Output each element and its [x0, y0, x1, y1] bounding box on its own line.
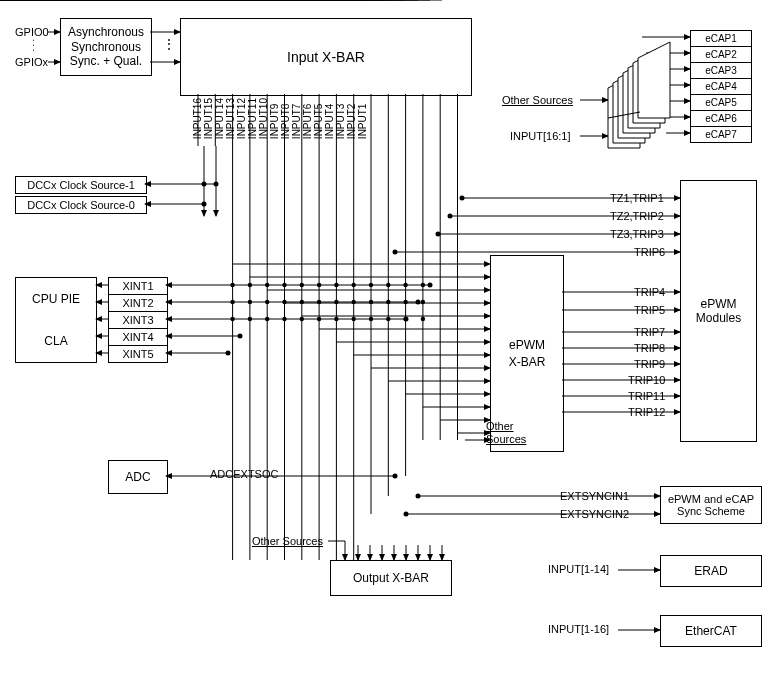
sync-box: Asynchronous Synchronous Sync. + Qual.	[60, 18, 152, 76]
ecap5: eCAP5	[690, 94, 752, 111]
epwm-l2: Modules	[696, 311, 741, 325]
svg-point-148	[460, 196, 465, 201]
ecap4: eCAP4	[690, 78, 752, 95]
svg-point-83	[369, 300, 373, 304]
other-sources-epwm: OtherSources	[486, 420, 526, 446]
svg-point-68	[282, 300, 286, 304]
svg-point-92	[421, 300, 425, 304]
other-sources-ecap: Other Sources	[502, 94, 573, 106]
tz1: TZ1,TRIP1	[610, 192, 664, 204]
input-labels: INPUT16 INPUT15 INPUT14 INPUT13 INPUT12 …	[192, 98, 368, 139]
in12: INPUT12	[236, 98, 247, 139]
svg-point-57	[393, 474, 398, 479]
svg-point-78	[334, 317, 338, 321]
in5: INPUT5	[313, 98, 324, 139]
svg-point-55	[238, 334, 243, 339]
trip7: TRIP7	[634, 326, 665, 338]
xint5-box: XINT5	[108, 345, 168, 363]
in11: INPUT11	[247, 98, 258, 139]
svg-point-41	[202, 202, 207, 207]
svg-point-85	[386, 283, 390, 287]
svg-point-53	[416, 300, 421, 305]
svg-point-93	[421, 317, 425, 321]
gpio-dots: · · ·	[29, 39, 39, 52]
svg-point-84	[369, 317, 373, 321]
trip9: TRIP9	[634, 358, 665, 370]
erad-sig: INPUT[1-14]	[548, 563, 609, 575]
svg-point-87	[386, 317, 390, 321]
svg-point-63	[248, 317, 252, 321]
cpu-l1: CPU PIE	[32, 292, 80, 306]
svg-point-149	[448, 214, 453, 219]
xint3-box: XINT3	[108, 311, 168, 329]
xint4-box: XINT4	[108, 328, 168, 346]
svg-point-61	[248, 283, 252, 287]
svg-point-77	[334, 300, 338, 304]
cpu-box: CPU PIE CLA	[15, 277, 97, 363]
extsyncin1: EXTSYNCIN1	[560, 490, 629, 502]
svg-point-91	[421, 283, 425, 287]
svg-point-65	[265, 300, 269, 304]
ecap2: eCAP2	[690, 46, 752, 63]
in2: INPUT2	[346, 98, 357, 139]
ethercat-sig: INPUT[1-16]	[548, 623, 609, 635]
svg-point-150	[436, 232, 441, 237]
svg-point-74	[317, 300, 321, 304]
adc-box: ADC	[108, 460, 168, 494]
svg-point-90	[403, 317, 407, 321]
trip8: TRIP8	[634, 342, 665, 354]
svg-point-67	[282, 283, 286, 287]
ethercat-box: EtherCAT	[660, 615, 762, 647]
svg-point-79	[352, 283, 356, 287]
svg-point-71	[300, 300, 304, 304]
ecap-hi: 127:16	[611, 97, 639, 107]
svg-point-89	[403, 300, 407, 304]
in7: INPUT7	[291, 98, 302, 139]
adcextsoc-label: ADCEXTSOC	[210, 468, 278, 480]
tz3: TZ3,TRIP3	[610, 228, 664, 240]
svg-point-73	[317, 283, 321, 287]
svg-point-163	[404, 512, 409, 517]
svg-point-82	[369, 283, 373, 287]
xint1-box: XINT1	[108, 277, 168, 295]
svg-point-59	[230, 300, 234, 304]
svg-text:⋮: ⋮	[162, 36, 176, 52]
svg-point-72	[300, 317, 304, 321]
other-sources-out: Other Sources	[252, 535, 323, 547]
svg-point-60	[230, 317, 234, 321]
svg-line-182	[608, 112, 640, 118]
in16: INPUT16	[192, 98, 203, 139]
trip10: TRIP10	[628, 374, 665, 386]
in3: INPUT3	[335, 98, 346, 139]
in6: INPUT6	[302, 98, 313, 139]
diagram-canvas: GPIO0 · · · GPIOx Asynchronous Synchrono…	[0, 0, 780, 687]
svg-point-88	[403, 283, 407, 287]
in14: INPUT14	[214, 98, 225, 139]
ecap-lo: 15:0	[611, 133, 629, 143]
dccx1-box: DCCx Clock Source-1	[15, 176, 147, 194]
output-xbar-box: Output X-BAR	[330, 560, 452, 596]
ecap3: eCAP3	[690, 62, 752, 79]
extsyncin2: EXTSYNCIN2	[560, 508, 629, 520]
svg-point-40	[214, 182, 219, 187]
svg-point-76	[334, 283, 338, 287]
gpiox-label: GPIOx	[15, 56, 48, 68]
dccx0-box: DCCx Clock Source-0	[15, 196, 147, 214]
svg-point-39	[202, 182, 207, 187]
svg-point-54	[404, 317, 409, 322]
epwm-modules-box: ePWM Modules	[680, 180, 757, 442]
sync-l1: Asynchronous	[68, 25, 144, 39]
svg-marker-178	[623, 57, 655, 133]
input-xbar-box: Input X-BAR	[180, 18, 472, 96]
svg-point-86	[386, 300, 390, 304]
sync-l2: Synchronous	[71, 40, 141, 54]
svg-marker-179	[628, 52, 660, 128]
in10: INPUT10	[258, 98, 269, 139]
svg-point-151	[393, 250, 398, 255]
in8: INPUT8	[280, 98, 291, 139]
xint2-box: XINT2	[108, 294, 168, 312]
input-xbar-label: Input X-BAR	[287, 49, 365, 65]
in1: INPUT1	[357, 98, 368, 139]
svg-point-80	[352, 300, 356, 304]
svg-point-69	[282, 317, 286, 321]
